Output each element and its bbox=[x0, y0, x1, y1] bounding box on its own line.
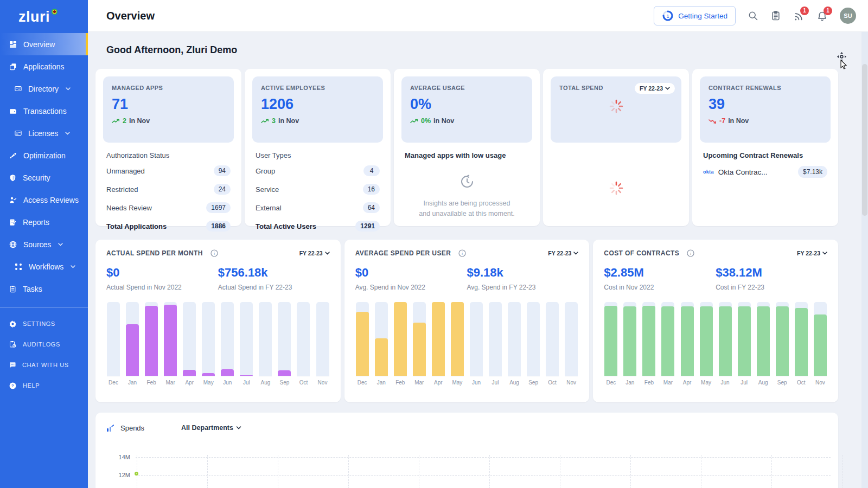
gridline bbox=[348, 455, 349, 488]
x-axis-label: Mar bbox=[663, 380, 673, 386]
bar-apr[interactable]: Apr bbox=[182, 302, 196, 386]
sidebar-item-applications[interactable]: Applications bbox=[0, 55, 88, 78]
clipboard-icon[interactable] bbox=[770, 10, 781, 21]
info-icon[interactable]: i bbox=[687, 249, 694, 257]
activity-feed-icon[interactable]: 1 bbox=[793, 10, 805, 22]
sidebar-item-workflows[interactable]: Workflows bbox=[0, 255, 88, 278]
bar-aug[interactable]: Aug bbox=[258, 302, 272, 386]
chevron-down-icon bbox=[65, 132, 70, 135]
bar-may[interactable]: May bbox=[699, 302, 713, 386]
chart-title: ACTUAL SPEND PER MONTH bbox=[106, 249, 203, 257]
bar-apr[interactable]: Apr bbox=[431, 302, 445, 386]
bar-sep[interactable]: Sep bbox=[526, 302, 540, 386]
bar-jul[interactable]: Jul bbox=[737, 302, 751, 386]
bar-mar[interactable]: Mar bbox=[412, 302, 426, 386]
line-series-point[interactable] bbox=[135, 472, 138, 476]
bar-may[interactable]: May bbox=[450, 302, 464, 386]
fy-selector-dropdown[interactable]: FY 22-23 bbox=[797, 250, 827, 256]
fy-selector-dropdown[interactable]: FY 22-23 bbox=[299, 250, 330, 256]
bar-feb[interactable]: Feb bbox=[393, 302, 407, 386]
bar-jun[interactable]: Jun bbox=[469, 302, 483, 386]
x-axis-label: May bbox=[203, 380, 214, 386]
bar-oct[interactable]: Oct bbox=[296, 302, 310, 386]
info-icon[interactable]: i bbox=[210, 249, 218, 257]
bar-jun[interactable]: Jun bbox=[220, 302, 234, 386]
getting-started-button[interactable]: 1 Getting Started bbox=[654, 6, 736, 25]
list-item: Needs Review1697 bbox=[103, 198, 234, 217]
sidebar-item-directory[interactable]: Directory bbox=[0, 78, 88, 100]
search-icon[interactable] bbox=[748, 10, 758, 21]
sidebar-item-licenses[interactable]: Licenses bbox=[0, 122, 88, 144]
zluri-logo[interactable]: zluri bbox=[0, 0, 88, 33]
sidebar-item-reports[interactable]: Reports bbox=[0, 211, 88, 233]
bar-oct[interactable]: Oct bbox=[545, 302, 559, 386]
bar-jul[interactable]: Jul bbox=[239, 302, 253, 386]
bar-jan[interactable]: Jan bbox=[623, 302, 637, 386]
bar-aug[interactable]: Aug bbox=[507, 302, 521, 386]
report-icon bbox=[9, 218, 17, 227]
bar-mar[interactable]: Mar bbox=[163, 302, 177, 386]
user-avatar[interactable]: SU bbox=[840, 8, 856, 24]
chevron-down-icon bbox=[822, 252, 827, 255]
chevron-down-icon bbox=[71, 265, 75, 268]
department-filter-dropdown[interactable]: All Departments bbox=[181, 424, 241, 432]
chevron-down-icon bbox=[58, 243, 63, 246]
bar-sep[interactable]: Sep bbox=[775, 302, 789, 386]
widget-move-handle-icon[interactable] bbox=[837, 52, 846, 61]
x-axis-label: Dec bbox=[606, 380, 616, 386]
sidebar-item-label: Optimization bbox=[23, 151, 66, 160]
bar-jun[interactable]: Jun bbox=[718, 302, 732, 386]
page-scrollbar[interactable] bbox=[861, 31, 868, 488]
sidebar-item-help[interactable]: ? HELP bbox=[0, 375, 88, 396]
bar-jan[interactable]: Jan bbox=[125, 302, 139, 386]
info-icon[interactable]: i bbox=[458, 249, 466, 257]
sidebar-item-label: HELP bbox=[23, 382, 40, 389]
sidebar-item-settings[interactable]: SETTINGS bbox=[0, 313, 88, 334]
list-item: Group4 bbox=[252, 162, 383, 180]
main-content: Good Afternoon, Zluri Demo MANAGED APPS … bbox=[88, 31, 868, 488]
sidebar-item-tasks[interactable]: Tasks bbox=[0, 278, 88, 300]
renewal-list-item[interactable]: okta Okta Contrac... $7.13k bbox=[700, 162, 831, 182]
sidebar-item-overview[interactable]: Overview bbox=[0, 33, 88, 55]
svg-text:i: i bbox=[690, 251, 691, 256]
section-title: Upcoming Contract Renewals bbox=[703, 151, 827, 159]
bar-feb[interactable]: Feb bbox=[144, 302, 158, 386]
bar-apr[interactable]: Apr bbox=[680, 302, 694, 386]
bar-dec[interactable]: Dec bbox=[106, 302, 120, 386]
sidebar-item-auditlogs[interactable]: AUDITLOGS bbox=[0, 334, 88, 355]
bar-jan[interactable]: Jan bbox=[374, 302, 388, 386]
bar-nov[interactable]: Nov bbox=[813, 302, 827, 386]
fy-selector-dropdown[interactable]: FY 22-23 bbox=[548, 250, 578, 256]
sidebar: zluri Overview Applications Directory Tr… bbox=[0, 0, 88, 488]
sidebar-item-optimization[interactable]: Optimization bbox=[0, 144, 88, 166]
page-title: Overview bbox=[106, 10, 155, 22]
chart-title: COST OF CONTRACTS bbox=[604, 249, 679, 257]
bar-sep[interactable]: Sep bbox=[277, 302, 291, 386]
bar-dec[interactable]: Dec bbox=[604, 302, 618, 386]
sidebar-item-chat-with-us[interactable]: CHAT WITH US bbox=[0, 355, 88, 375]
bar-may[interactable]: May bbox=[201, 302, 215, 386]
sidebar-item-transactions[interactable]: Transactions bbox=[0, 100, 88, 122]
average-usage-card: AVERAGE USAGE 0% 0% in Nov Managed apps … bbox=[394, 69, 540, 226]
sidebar-item-security[interactable]: Security bbox=[0, 166, 88, 189]
bar-oct[interactable]: Oct bbox=[794, 302, 808, 386]
svg-text:?: ? bbox=[11, 383, 14, 388]
rocket-icon bbox=[9, 151, 17, 160]
scrollbar-thumb[interactable] bbox=[862, 64, 867, 216]
bar-aug[interactable]: Aug bbox=[756, 302, 770, 386]
bar-nov[interactable]: Nov bbox=[316, 302, 330, 386]
notifications-bell-icon[interactable]: 1 bbox=[816, 10, 828, 22]
bar-nov[interactable]: Nov bbox=[564, 302, 578, 386]
bar-mar[interactable]: Mar bbox=[661, 302, 675, 386]
fy-selector-dropdown[interactable]: FY 22-23 bbox=[635, 83, 675, 94]
bar-jul[interactable]: Jul bbox=[488, 302, 502, 386]
sidebar-item-label: Applications bbox=[23, 62, 65, 71]
bar-feb[interactable]: Feb bbox=[642, 302, 656, 386]
x-axis-label: Apr bbox=[434, 380, 443, 386]
bar-dec[interactable]: Dec bbox=[355, 302, 369, 386]
sidebar-item-label: Access Reviews bbox=[23, 196, 79, 204]
spends-label: Spends bbox=[120, 424, 144, 432]
sidebar-item-sources[interactable]: Sources bbox=[0, 233, 88, 255]
x-axis-label: Oct bbox=[299, 380, 308, 386]
sidebar-item-access-reviews[interactable]: Access Reviews bbox=[0, 189, 88, 211]
